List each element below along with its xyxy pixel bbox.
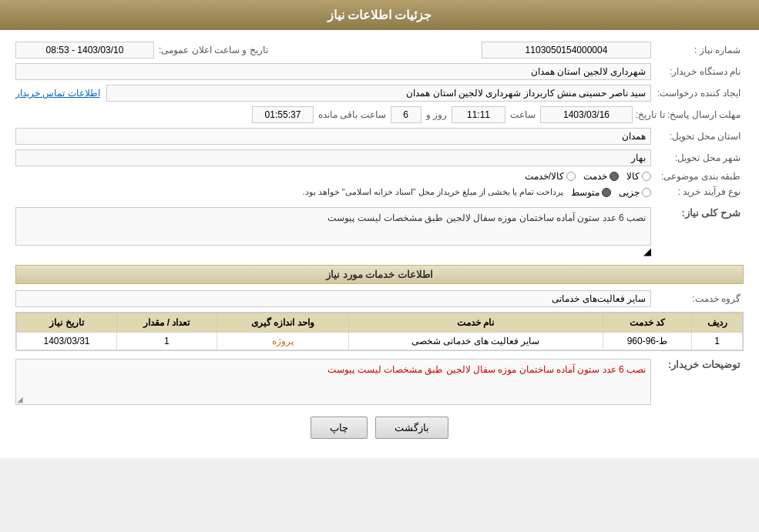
buyer-description-value: نصب 6 عدد ستون آماده ساختمان موزه سفال ل… — [15, 359, 651, 405]
category-option-service[interactable]: خدمت — [583, 171, 619, 182]
deadline-days-label: روز و — [426, 109, 447, 120]
services-section-title: اطلاعات خدمات مورد نیاز — [15, 265, 744, 284]
buyer-name-label: نام دستگاه خریدار: — [651, 66, 744, 77]
print-button[interactable]: چاپ — [311, 417, 368, 439]
category-label: طبقه بندی موضوعی: — [651, 171, 744, 182]
col-row: ردیف — [692, 313, 743, 333]
table-row: 1 ط-96-960 سایر فعالیت های خدماتی شخصی پ… — [17, 333, 743, 350]
cell-name: سایر فعالیت های خدماتی شخصی — [348, 333, 603, 350]
cell-unit: پروژه — [217, 333, 348, 350]
province-delivery-label: استان محل تحویل: — [651, 131, 744, 142]
category-both-label: کالا/خدمت — [525, 171, 564, 182]
purchase-type-label: نوع فرآیند خرید : — [651, 186, 744, 197]
services-table: ردیف کد خدمت نام خدمت واحد اندازه گیری ت… — [15, 312, 744, 351]
category-options: کالا خدمت کالا/خدمت — [15, 171, 651, 182]
contact-link[interactable]: اطلاعات تماس خریدار — [15, 88, 100, 99]
creator-label: ایجاد کننده درخواست: — [651, 88, 744, 99]
group-service-value: سایر فعالیت‌های خدماتی — [15, 290, 651, 307]
page-title: جزئیات اطلاعات نیاز — [327, 8, 432, 22]
purchase-option-medium[interactable]: متوسط — [571, 187, 611, 198]
purchase-option-minor[interactable]: جزیی — [619, 187, 651, 198]
radio-service-icon — [610, 172, 619, 181]
radio-medium-icon — [602, 188, 611, 197]
col-name: نام خدمت — [348, 313, 603, 333]
radio-both-icon — [566, 172, 576, 181]
deadline-label: مهلت ارسال پاسخ: تا تاریخ: — [633, 109, 744, 120]
col-code: کد خدمت — [603, 313, 692, 333]
button-row: بازگشت چاپ — [15, 417, 744, 439]
page-header: جزئیات اطلاعات نیاز — [0, 0, 759, 30]
category-goods-label: کالا — [626, 171, 640, 182]
need-description-value: نصب 6 عدد ستون آماده ساختمان موزه سفال ل… — [15, 207, 651, 246]
purchase-minor-label: جزیی — [619, 187, 640, 198]
category-option-goods[interactable]: کالا — [626, 171, 651, 182]
announcement-date-value: 1403/03/10 - 08:53 — [15, 42, 154, 59]
deadline-time-label: ساعت — [510, 109, 536, 120]
cell-count: 1 — [117, 333, 217, 350]
resize-handle-icon: ◢ — [643, 246, 651, 257]
radio-goods-icon — [642, 172, 651, 181]
need-number-value: 1103050154000004 — [482, 42, 651, 59]
city-delivery-label: شهر محل تحویل: — [651, 152, 744, 163]
category-option-both[interactable]: کالا/خدمت — [525, 171, 576, 182]
need-number-label: شماره نیاز : — [651, 45, 744, 55]
deadline-time-value: 11:11 — [452, 106, 505, 123]
purchase-medium-label: متوسط — [571, 187, 599, 198]
group-service-label: گروه خدمت: — [651, 293, 744, 304]
category-service-label: خدمت — [583, 171, 607, 182]
city-delivery-value: بهار — [15, 149, 651, 166]
deadline-date-value: 1403/03/16 — [540, 106, 633, 123]
col-count: تعداد / مقدار — [117, 313, 217, 333]
buyer-resize-handle-icon: ◢ — [17, 395, 23, 403]
deadline-days-value: 6 — [391, 106, 421, 123]
announcement-date-label: تاریخ و ساعت اعلان عمومی: — [159, 45, 268, 55]
cell-code: ط-96-960 — [603, 333, 692, 350]
need-description-label: شرح کلی نیاز: — [651, 207, 744, 219]
creator-value: سید ناصر حسینی منش کاربرداز شهرداری لالج… — [106, 85, 651, 102]
col-unit: واحد اندازه گیری — [217, 313, 348, 333]
cell-date: 1403/03/31 — [17, 333, 117, 350]
cell-row: 1 — [692, 333, 743, 350]
buyer-name-value: شهرداری لالجین استان همدان — [15, 63, 651, 80]
col-date: تاریخ نیاز — [17, 313, 117, 333]
deadline-remaining-label: ساعت باقی مانده — [318, 109, 386, 120]
back-button[interactable]: بازگشت — [375, 417, 448, 439]
purchase-description: پرداخت تمام یا بخشی از مبلغ خریداز محل "… — [15, 186, 563, 198]
buyer-description-label: توضیحات خریدار: — [651, 359, 744, 370]
deadline-remaining-value: 01:55:37 — [252, 106, 314, 123]
radio-minor-icon — [642, 188, 651, 197]
province-delivery-value: همدان — [15, 128, 651, 145]
